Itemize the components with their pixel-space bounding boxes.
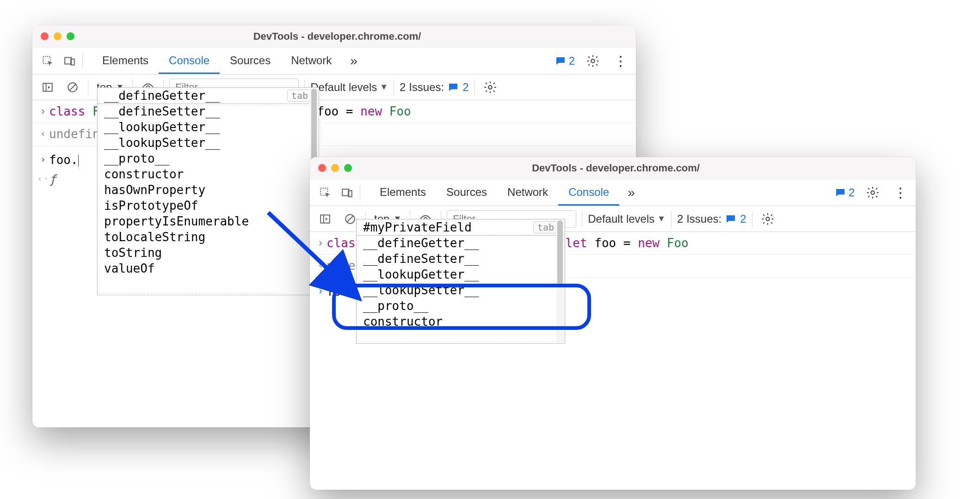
autocomplete-item[interactable]: __defineSetter__ [357,251,565,267]
issues-badge-count: 2 [740,213,746,225]
tab-hint: tab [533,221,558,233]
autocomplete-item[interactable]: hasOwnProperty [98,182,319,198]
inspect-element-icon[interactable] [315,183,335,202]
autocomplete-item[interactable]: toString [98,245,319,261]
gear-icon [761,212,775,226]
autocomplete-label: toLocaleString [104,230,205,244]
toggle-sidebar-button[interactable] [38,78,57,97]
kebab-menu[interactable]: ⋮ [891,190,910,195]
settings-button[interactable] [583,51,603,71]
more-tabs-button[interactable]: » [345,54,363,68]
autocomplete-label: isPrototypeOf [104,199,198,213]
autocomplete-label: valueOf [104,262,155,275]
tab-sources[interactable]: Sources [436,179,497,206]
separator [88,79,88,95]
maximize-window-button[interactable] [67,32,74,40]
autocomplete-label: __defineSetter__ [363,252,479,266]
autocomplete-item[interactable]: constructor [98,166,319,182]
autocomplete-item[interactable]: propertyIsEnumerable [98,213,319,229]
panel-tabs: Elements Console Sources Network [92,48,342,74]
scrollbar-thumb[interactable] [557,220,563,287]
autocomplete-item[interactable]: __lookupSetter__ [357,282,565,298]
autocomplete-label: toString [104,246,162,260]
maximize-window-button[interactable] [344,164,352,172]
autocomplete-item[interactable]: __defineGetter__ tab [97,87,319,104]
autocomplete-item[interactable]: valueOf [98,261,319,276]
clear-console-button[interactable] [63,78,82,97]
more-tabs-button[interactable]: » [622,185,641,200]
separator [360,185,360,201]
autocomplete-item[interactable]: constructor [357,314,565,329]
gear-icon [483,80,497,94]
svg-point-9 [488,85,492,89]
autocomplete-item[interactable]: __lookupGetter__ [98,119,319,135]
device-toolbar-icon[interactable] [60,51,80,71]
autocomplete-item-private[interactable]: #myPrivateField tab [356,219,565,236]
autocomplete-label: propertyIsEnumerable [104,214,249,228]
levels-label: Default levels [310,81,377,94]
toggle-sidebar-button[interactable] [315,209,335,229]
autocomplete-label: #myPrivateField [363,220,472,234]
tab-hint: tab [287,90,312,102]
levels-label: Default levels [588,213,654,225]
tab-console[interactable]: Console [159,48,220,74]
minimize-window-button[interactable] [54,32,62,40]
titlebar: DevTools - developer.chrome.com/ [310,157,916,179]
scrollbar[interactable] [556,220,564,342]
input-marker-icon [37,103,49,118]
separator [475,79,475,95]
settings-button[interactable] [863,183,882,202]
autocomplete-item[interactable]: __lookupSetter__ [98,135,319,151]
no-entry-icon [344,213,356,225]
device-toolbar-icon[interactable] [338,183,357,202]
close-window-button[interactable] [41,32,49,40]
output-marker-icon: ‹ [314,257,327,271]
message-icon [555,55,566,67]
issues-badge[interactable]: 2 [555,55,575,67]
autocomplete-item[interactable]: __proto__ [98,151,319,166]
log-levels-select[interactable]: Default levels ▼ [310,81,388,94]
svg-rect-1 [65,57,71,64]
tab-network[interactable]: Network [281,48,342,74]
minimize-window-button[interactable] [331,164,339,172]
tab-elements[interactable]: Elements [92,48,159,74]
tab-console[interactable]: Console [558,179,619,206]
svg-line-17 [347,216,353,222]
message-icon [725,213,736,225]
autocomplete-label: __lookupGetter__ [363,268,479,281]
autocomplete-item[interactable]: isPrototypeOf [98,198,319,213]
console-settings-button[interactable] [758,209,777,229]
inspect-element-icon[interactable] [38,51,57,71]
console-settings-button[interactable] [481,78,500,97]
kebab-menu[interactable]: ⋮ [611,58,630,64]
autocomplete-item[interactable]: __defineSetter__ [98,103,319,119]
autocomplete-popup[interactable]: #myPrivateField tab __defineGetter__ __d… [356,219,565,344]
autocomplete-popup[interactable]: __defineGetter__ tab __defineSetter__ __… [97,87,319,295]
autocomplete-label: __lookupSetter__ [104,136,220,150]
issues-badge[interactable]: 2 [835,186,855,199]
separator [671,211,672,227]
message-icon [835,187,846,198]
tab-elements[interactable]: Elements [370,179,436,206]
chevron-down-icon: ▼ [380,82,388,92]
separator [394,79,394,95]
no-entry-icon [67,81,79,93]
tab-sources[interactable]: Sources [220,48,281,74]
issues-summary[interactable]: 2 Issues: 2 [677,213,746,225]
window-title: DevTools - developer.chrome.com/ [74,30,628,43]
issues-label: 2 Issues: [677,213,721,225]
autocomplete-item[interactable]: __proto__ [357,298,565,314]
svg-line-7 [70,84,76,90]
tab-network[interactable]: Network [497,179,558,206]
issues-summary[interactable]: 2 Issues: 2 [400,81,468,94]
log-levels-select[interactable]: Default levels ▼ [588,213,666,225]
main-tabbar: Elements Console Sources Network » 2 ⋮ [32,48,636,74]
autocomplete-item[interactable]: __defineGetter__ [357,235,565,251]
issues-label: 2 Issues: [400,81,444,94]
eager-marker-icon: ‹· [37,171,49,184]
autocomplete-item[interactable]: toLocaleString [98,229,319,245]
autocomplete-label: hasOwnProperty [104,183,205,197]
separator [582,211,582,227]
autocomplete-item[interactable]: __lookupGetter__ [357,267,565,282]
close-window-button[interactable] [318,164,326,172]
